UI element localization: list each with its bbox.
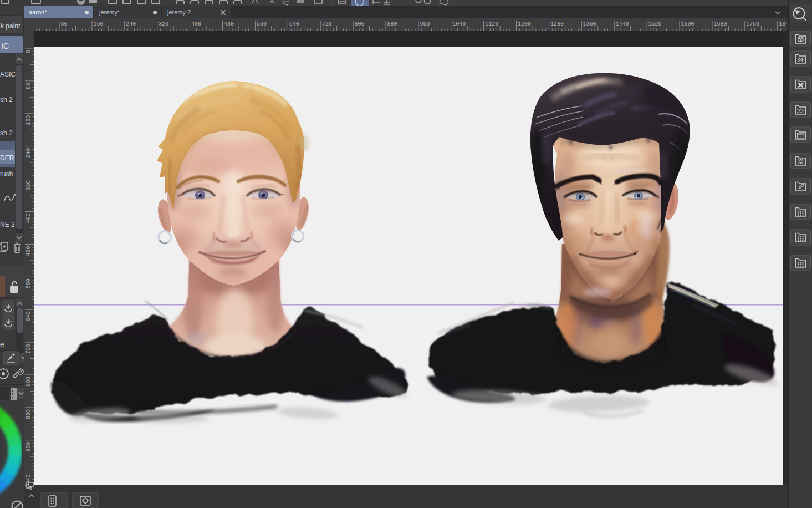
svg-text:480: 480 [25, 246, 32, 256]
svg-text:1360: 1360 [583, 21, 596, 27]
svg-text:ASIC: ASIC [0, 70, 16, 78]
svg-text:560: 560 [25, 278, 32, 288]
svg-text:320: 320 [25, 181, 32, 191]
svg-text:1200: 1200 [518, 21, 531, 27]
svg-text:160: 160 [25, 115, 32, 125]
svg-text:80: 80 [61, 21, 68, 27]
svg-text:1120: 1120 [485, 21, 498, 27]
svg-text:640: 640 [25, 311, 32, 321]
svg-text:160: 160 [93, 21, 103, 27]
svg-text:NE 2: NE 2 [0, 221, 15, 228]
svg-text:720: 720 [25, 344, 32, 354]
svg-text:960: 960 [25, 442, 32, 452]
svg-text:IC: IC [1, 42, 9, 50]
svg-text:240: 240 [126, 21, 136, 27]
svg-text:rush: rush [0, 170, 13, 178]
svg-text:960: 960 [420, 21, 430, 27]
svg-text:560: 560 [257, 21, 267, 27]
svg-text:1040: 1040 [452, 21, 466, 27]
svg-text:DER: DER [0, 154, 14, 162]
svg-text:400: 400 [191, 21, 201, 27]
svg-text:1280: 1280 [550, 21, 564, 27]
svg-text:1680: 1680 [713, 21, 727, 27]
svg-text:k paint: k paint [1, 22, 21, 30]
svg-text:400: 400 [25, 214, 32, 223]
svg-text:800: 800 [25, 377, 32, 387]
svg-text:720: 720 [322, 21, 332, 27]
svg-text:320: 320 [159, 21, 168, 27]
svg-text:800: 800 [355, 21, 365, 27]
svg-text:e: e [0, 340, 4, 349]
svg-text:sh 2: sh 2 [0, 129, 13, 137]
svg-text:480: 480 [224, 21, 234, 27]
svg-text:sh 2: sh 2 [0, 96, 13, 104]
svg-text:1440: 1440 [616, 21, 629, 27]
svg-text:0: 0 [25, 50, 32, 53]
svg-text:1760: 1760 [746, 21, 759, 27]
svg-text:240: 240 [25, 148, 32, 158]
svg-text:1520: 1520 [648, 21, 662, 27]
svg-text:1600: 1600 [681, 21, 694, 27]
svg-text:880: 880 [387, 21, 397, 27]
svg-text:1840: 1840 [779, 21, 787, 27]
svg-text:80: 80 [25, 83, 32, 89]
svg-text:640: 640 [289, 21, 299, 27]
svg-text:880: 880 [25, 409, 32, 419]
